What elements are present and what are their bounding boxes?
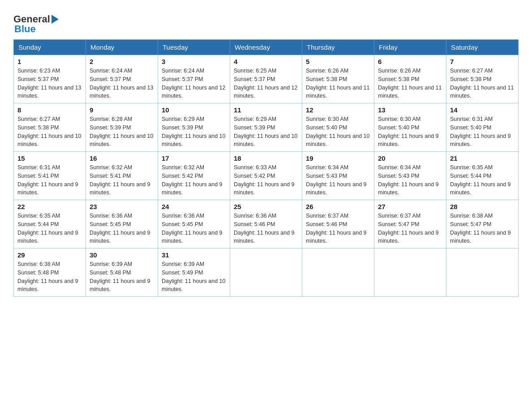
day-info: Sunrise: 6:34 AM Sunset: 5:43 PM Dayligh…: [306, 163, 370, 197]
calendar-cell: 11 Sunrise: 6:29 AM Sunset: 5:39 PM Dayl…: [230, 103, 302, 152]
sunset-label: Sunset: 5:44 PM: [17, 221, 59, 227]
daylight-label: Daylight: 11 hours and 9 minutes.: [450, 181, 511, 196]
day-number: 2: [90, 58, 154, 65]
daylight-label: Daylight: 11 hours and 9 minutes.: [90, 278, 150, 293]
calendar-cell: 25 Sunrise: 6:36 AM Sunset: 5:46 PM Dayl…: [230, 200, 302, 248]
weekday-header-saturday: Saturday: [446, 40, 519, 55]
day-info: Sunrise: 6:32 AM Sunset: 5:42 PM Dayligh…: [162, 163, 226, 197]
daylight-label: Daylight: 11 hours and 12 minutes.: [234, 85, 297, 99]
daylight-label: Daylight: 11 hours and 13 minutes.: [90, 85, 153, 99]
calendar-cell: 31 Sunrise: 6:39 AM Sunset: 5:49 PM Dayl…: [158, 248, 230, 297]
weekday-header-wednesday: Wednesday: [230, 40, 302, 55]
calendar-cell: 26 Sunrise: 6:37 AM Sunset: 5:46 PM Dayl…: [302, 200, 374, 248]
sunrise-label: Sunrise: 6:39 AM: [162, 261, 204, 267]
day-info: Sunrise: 6:34 AM Sunset: 5:43 PM Dayligh…: [378, 163, 442, 197]
day-info: Sunrise: 6:24 AM Sunset: 5:37 PM Dayligh…: [90, 67, 154, 100]
sunset-label: Sunset: 5:45 PM: [162, 221, 203, 227]
daylight-label: Daylight: 11 hours and 9 minutes.: [306, 181, 367, 196]
sunrise-label: Sunrise: 6:31 AM: [17, 164, 60, 171]
sunrise-label: Sunrise: 6:34 AM: [378, 164, 420, 171]
daylight-label: Daylight: 11 hours and 10 minutes.: [17, 133, 81, 148]
daylight-label: Daylight: 11 hours and 9 minutes.: [378, 230, 439, 244]
sunrise-label: Sunrise: 6:26 AM: [306, 68, 348, 74]
day-number: 21: [450, 154, 515, 162]
calendar-cell: [374, 248, 446, 297]
sunrise-label: Sunrise: 6:35 AM: [450, 164, 493, 171]
sunrise-label: Sunrise: 6:26 AM: [378, 68, 420, 74]
calendar-cell: [230, 248, 302, 297]
sunset-label: Sunset: 5:39 PM: [234, 124, 275, 131]
weekday-header-row: SundayMondayTuesdayWednesdayThursdayFrid…: [14, 40, 519, 55]
sunset-label: Sunset: 5:39 PM: [162, 124, 203, 131]
day-number: 14: [450, 106, 515, 114]
calendar-cell: 22 Sunrise: 6:35 AM Sunset: 5:44 PM Dayl…: [14, 200, 86, 248]
sunset-label: Sunset: 5:38 PM: [306, 76, 347, 82]
day-info: Sunrise: 6:29 AM Sunset: 5:39 PM Dayligh…: [234, 115, 298, 149]
sunset-label: Sunset: 5:37 PM: [90, 76, 131, 82]
sunrise-label: Sunrise: 6:27 AM: [17, 116, 60, 122]
sunrise-label: Sunrise: 6:39 AM: [90, 261, 132, 267]
daylight-label: Daylight: 11 hours and 10 minutes.: [234, 133, 297, 148]
sunrise-label: Sunrise: 6:34 AM: [306, 164, 348, 171]
calendar-cell: 13 Sunrise: 6:30 AM Sunset: 5:40 PM Dayl…: [374, 103, 446, 152]
calendar-cell: 9 Sunrise: 6:28 AM Sunset: 5:39 PM Dayli…: [86, 103, 158, 152]
day-info: Sunrise: 6:33 AM Sunset: 5:42 PM Dayligh…: [234, 163, 298, 197]
sunset-label: Sunset: 5:40 PM: [306, 124, 347, 131]
day-info: Sunrise: 6:37 AM Sunset: 5:47 PM Dayligh…: [378, 212, 442, 245]
sunrise-label: Sunrise: 6:28 AM: [90, 116, 132, 122]
day-info: Sunrise: 6:27 AM Sunset: 5:38 PM Dayligh…: [17, 115, 82, 149]
day-info: Sunrise: 6:30 AM Sunset: 5:40 PM Dayligh…: [378, 115, 442, 149]
daylight-label: Daylight: 11 hours and 9 minutes.: [306, 230, 367, 244]
calendar-header: SundayMondayTuesdayWednesdayThursdayFrid…: [14, 40, 519, 55]
logo-blue: Blue: [14, 23, 36, 35]
calendar-cell: 1 Sunrise: 6:23 AM Sunset: 5:37 PM Dayli…: [14, 55, 86, 103]
calendar-cell: 12 Sunrise: 6:30 AM Sunset: 5:40 PM Dayl…: [302, 103, 374, 152]
sunset-label: Sunset: 5:49 PM: [162, 270, 203, 276]
sunrise-label: Sunrise: 6:33 AM: [234, 164, 276, 171]
daylight-label: Daylight: 11 hours and 10 minutes.: [162, 278, 225, 293]
sunrise-label: Sunrise: 6:36 AM: [234, 213, 276, 219]
sunset-label: Sunset: 5:37 PM: [17, 76, 59, 82]
sunset-label: Sunset: 5:41 PM: [90, 173, 131, 179]
daylight-label: Daylight: 11 hours and 9 minutes.: [90, 230, 150, 244]
day-number: 31: [162, 251, 226, 259]
day-info: Sunrise: 6:28 AM Sunset: 5:39 PM Dayligh…: [90, 115, 154, 149]
day-info: Sunrise: 6:29 AM Sunset: 5:39 PM Dayligh…: [162, 115, 226, 149]
day-number: 6: [378, 58, 442, 65]
day-number: 19: [306, 154, 370, 162]
calendar-cell: [302, 248, 374, 297]
calendar-cell: 30 Sunrise: 6:39 AM Sunset: 5:48 PM Dayl…: [86, 248, 158, 297]
calendar-cell: 4 Sunrise: 6:25 AM Sunset: 5:37 PM Dayli…: [230, 55, 302, 103]
sunrise-label: Sunrise: 6:30 AM: [378, 116, 420, 122]
day-number: 28: [450, 203, 515, 210]
sunset-label: Sunset: 5:43 PM: [306, 173, 347, 179]
logo: General Blue: [13, 13, 59, 35]
sunset-label: Sunset: 5:38 PM: [450, 76, 491, 82]
sunrise-label: Sunrise: 6:36 AM: [162, 213, 204, 219]
weekday-header-tuesday: Tuesday: [158, 40, 230, 55]
daylight-label: Daylight: 11 hours and 10 minutes.: [90, 133, 153, 148]
day-number: 7: [450, 58, 515, 65]
daylight-label: Daylight: 11 hours and 10 minutes.: [162, 133, 225, 148]
calendar-cell: 16 Sunrise: 6:32 AM Sunset: 5:41 PM Dayl…: [86, 152, 158, 200]
daylight-label: Daylight: 11 hours and 9 minutes.: [378, 133, 439, 148]
daylight-label: Daylight: 11 hours and 9 minutes.: [17, 278, 78, 293]
calendar-cell: 21 Sunrise: 6:35 AM Sunset: 5:44 PM Dayl…: [446, 152, 519, 200]
calendar-cell: 24 Sunrise: 6:36 AM Sunset: 5:45 PM Dayl…: [158, 200, 230, 248]
calendar-cell: 20 Sunrise: 6:34 AM Sunset: 5:43 PM Dayl…: [374, 152, 446, 200]
daylight-label: Daylight: 11 hours and 10 minutes.: [306, 133, 369, 148]
weekday-header-friday: Friday: [374, 40, 446, 55]
day-info: Sunrise: 6:35 AM Sunset: 5:44 PM Dayligh…: [450, 163, 515, 197]
sunset-label: Sunset: 5:42 PM: [162, 173, 203, 179]
day-info: Sunrise: 6:32 AM Sunset: 5:41 PM Dayligh…: [90, 163, 154, 197]
sunset-label: Sunset: 5:43 PM: [378, 173, 419, 179]
sunset-label: Sunset: 5:40 PM: [450, 124, 491, 131]
sunrise-label: Sunrise: 6:38 AM: [450, 213, 493, 219]
daylight-label: Daylight: 11 hours and 9 minutes.: [90, 181, 150, 196]
calendar-week-row: 22 Sunrise: 6:35 AM Sunset: 5:44 PM Dayl…: [14, 200, 519, 248]
daylight-label: Daylight: 11 hours and 9 minutes.: [234, 181, 295, 196]
day-number: 18: [234, 154, 298, 162]
day-info: Sunrise: 6:30 AM Sunset: 5:40 PM Dayligh…: [306, 115, 370, 149]
sunset-label: Sunset: 5:38 PM: [17, 124, 59, 131]
calendar-cell: 8 Sunrise: 6:27 AM Sunset: 5:38 PM Dayli…: [14, 103, 86, 152]
